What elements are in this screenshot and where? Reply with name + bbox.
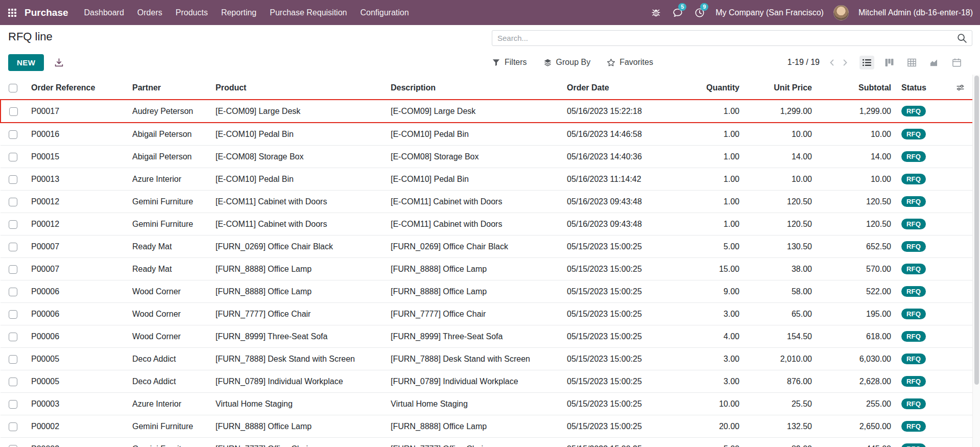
kanban-view-icon[interactable]	[882, 56, 897, 69]
column-product[interactable]: Product	[210, 76, 386, 100]
cell-order-reference: P00007	[26, 258, 127, 280]
cell-subtotal: 522.00	[817, 280, 896, 303]
menu-reporting[interactable]: Reporting	[214, 0, 263, 25]
row-checkbox[interactable]	[9, 243, 17, 251]
search-icon[interactable]	[955, 33, 972, 43]
download-icon[interactable]	[52, 56, 66, 69]
avatar[interactable]	[833, 5, 849, 20]
bug-icon[interactable]	[650, 7, 662, 18]
row-checkbox[interactable]	[9, 175, 17, 184]
menu-configuration[interactable]: Configuration	[353, 0, 415, 25]
cell-quantity: 1.00	[679, 100, 745, 123]
app-title[interactable]: Purchase	[25, 7, 68, 18]
optional-columns-icon[interactable]	[955, 82, 966, 93]
row-checkbox[interactable]	[9, 333, 17, 341]
menu-purchase-requisition[interactable]: Purchase Requisition	[263, 0, 353, 25]
cell-partner: Deco Addict	[127, 348, 210, 370]
table-row[interactable]: P00012 Gemini Furniture [E-COM11] Cabine…	[1, 213, 973, 236]
cell-order-date: 05/15/2023 15:00:25	[562, 438, 679, 447]
cell-description: [FURN_7888] Desk Stand with Screen	[386, 348, 562, 370]
group-by-button[interactable]: Group By	[543, 56, 591, 69]
table-row[interactable]: P00005 Deco Addict [FURN_7888] Desk Stan…	[1, 348, 973, 370]
select-all-checkbox[interactable]	[9, 84, 17, 92]
vertical-scrollbar	[972, 75, 980, 447]
view-switcher	[859, 56, 964, 69]
new-button[interactable]: NEW	[8, 54, 44, 71]
row-checkbox[interactable]	[9, 107, 18, 116]
row-checkbox[interactable]	[9, 355, 17, 364]
table-row[interactable]: P00013 Azure Interior [E-COM10] Pedal Bi…	[1, 168, 973, 191]
column-subtotal[interactable]: Subtotal	[817, 76, 896, 100]
table-row[interactable]: P00017 Audrey Peterson [E-COM09] Large D…	[1, 100, 973, 123]
menu-orders[interactable]: Orders	[131, 0, 169, 25]
menu-products[interactable]: Products	[169, 0, 214, 25]
row-checkbox[interactable]	[9, 445, 17, 447]
table-row[interactable]: P00006 Wood Corner [FURN_8888] Office La…	[1, 280, 973, 303]
search-bar[interactable]	[492, 30, 972, 46]
table-row[interactable]: P00016 Abigail Peterson [E-COM10] Pedal …	[1, 123, 973, 146]
column-order-reference[interactable]: Order Reference	[26, 76, 127, 100]
row-checkbox[interactable]	[9, 265, 17, 274]
list-view-icon[interactable]	[859, 56, 874, 69]
row-checkbox[interactable]	[9, 220, 17, 229]
search-options: Filters Group By Favorites	[492, 56, 653, 69]
table-row[interactable]: P00006 Wood Corner [FURN_7777] Office Ch…	[1, 303, 973, 325]
cell-order-date: 05/15/2023 15:00:25	[562, 325, 679, 348]
pager-value[interactable]: 1-19 / 19	[787, 58, 820, 67]
row-checkbox[interactable]	[9, 130, 17, 139]
user-menu[interactable]: Mitchell Admin (db-16-enter-18)	[858, 8, 973, 17]
table-row[interactable]: P00003 Azure Interior Virtual Home Stagi…	[1, 393, 973, 415]
messages-icon[interactable]: 5	[672, 7, 684, 19]
cell-partner: Azure Interior	[127, 393, 210, 415]
column-description[interactable]: Description	[386, 76, 562, 100]
table-row[interactable]: P00005 Deco Addict [FURN_0789] Individua…	[1, 370, 973, 393]
row-checkbox[interactable]	[9, 153, 17, 161]
row-checkbox[interactable]	[9, 378, 17, 386]
filters-button[interactable]: Filters	[492, 56, 527, 69]
favorites-button[interactable]: Favorites	[607, 56, 653, 69]
chevron-left-icon[interactable]	[826, 57, 839, 68]
cell-unit-price: 876.00	[745, 370, 817, 393]
apps-grid-icon[interactable]	[0, 0, 25, 25]
menu-dashboard[interactable]: Dashboard	[78, 0, 131, 25]
cell-partner: Wood Corner	[127, 280, 210, 303]
cell-order-date: 05/15/2023 15:00:25	[562, 370, 679, 393]
cell-order-reference: P00012	[26, 213, 127, 236]
graph-view-icon[interactable]	[927, 56, 942, 69]
table-row[interactable]: P00006 Wood Corner [FURN_8999] Three-Sea…	[1, 325, 973, 348]
column-unit-price[interactable]: Unit Price	[745, 76, 817, 100]
cell-description: Virtual Home Staging	[386, 393, 562, 415]
search-input[interactable]	[492, 34, 955, 42]
row-checkbox[interactable]	[9, 422, 17, 431]
cell-product: [FURN_8888] Office Lamp	[210, 258, 386, 280]
cell-order-date: 05/15/2023 15:00:25	[562, 415, 679, 438]
table-row[interactable]: P00012 Gemini Furniture [E-COM11] Cabine…	[1, 191, 973, 213]
cell-product: [FURN_7888] Desk Stand with Screen	[210, 348, 386, 370]
company-switcher[interactable]: My Company (San Francisco)	[715, 8, 824, 17]
table-row[interactable]: P00015 Abigail Peterson [E-COM08] Storag…	[1, 146, 973, 168]
column-partner[interactable]: Partner	[127, 76, 210, 100]
row-checkbox[interactable]	[9, 310, 17, 319]
row-checkbox[interactable]	[9, 198, 17, 206]
cell-product: [E-COM08] Storage Box	[210, 146, 386, 168]
column-order-date[interactable]: Order Date	[562, 76, 679, 100]
cell-spacer	[950, 258, 973, 280]
cell-order-reference: P00012	[26, 191, 127, 213]
column-status[interactable]: Status	[896, 76, 950, 100]
table-row[interactable]: P00007 Ready Mat [FURN_8888] Office Lamp…	[1, 258, 973, 280]
scrollbar-thumb[interactable]	[974, 76, 979, 385]
table-row[interactable]: P00007 Ready Mat [FURN_0269] Office Chai…	[1, 236, 973, 258]
cell-spacer	[950, 438, 973, 447]
table-row[interactable]: P00002 Gemini Furniture [FURN_8888] Offi…	[1, 415, 973, 438]
row-checkbox[interactable]	[9, 288, 17, 296]
activities-icon[interactable]: 9	[694, 7, 706, 19]
pivot-view-icon[interactable]	[904, 56, 919, 69]
calendar-view-icon[interactable]	[949, 56, 964, 69]
cell-partner: Wood Corner	[127, 303, 210, 325]
chevron-right-icon[interactable]	[839, 57, 851, 68]
table-row[interactable]: P00002 Gemini Furniture [FURN_7777] Offi…	[1, 438, 973, 447]
status-badge: RFQ	[901, 151, 926, 162]
column-quantity[interactable]: Quantity	[679, 76, 745, 100]
cell-unit-price: 130.50	[745, 236, 817, 258]
row-checkbox[interactable]	[9, 400, 17, 409]
